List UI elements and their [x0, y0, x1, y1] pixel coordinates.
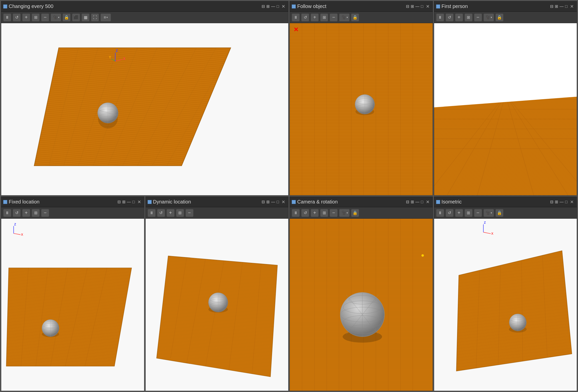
- layers-button[interactable]: ≡▾: [100, 13, 111, 21]
- viewport-first-person[interactable]: First person ⊟ ⊞ — □ ✕ ⏸ ↺ + ⊞ − 🎥▾ 🔒: [434, 1, 577, 196]
- pause-button[interactable]: ⏸: [436, 13, 444, 21]
- maximize-icon[interactable]: □: [421, 4, 423, 9]
- subtract-button[interactable]: −: [41, 209, 49, 217]
- arrange-icon[interactable]: ⊞: [266, 4, 270, 9]
- rotate-button[interactable]: ↺: [446, 209, 454, 217]
- add-button[interactable]: +: [311, 13, 319, 21]
- tile-icon[interactable]: ⊟: [406, 4, 409, 9]
- camera-button[interactable]: 🎥▾: [339, 13, 350, 21]
- screenshot-button[interactable]: ⬛: [72, 13, 80, 21]
- fit-button[interactable]: ⊞: [320, 209, 328, 217]
- close-button[interactable]: ✕: [425, 199, 431, 205]
- arrange-icon[interactable]: ⊞: [411, 4, 414, 9]
- pause-button[interactable]: ⏸: [292, 209, 300, 217]
- add-button[interactable]: +: [167, 209, 175, 217]
- add-button[interactable]: +: [455, 209, 463, 217]
- viewport-changing-500[interactable]: Changing every 500 ⊟ ⊞ — □ ✕ ⏸ ↺ + ⊞ − 🎥…: [1, 1, 289, 196]
- canvas-fixed-location[interactable]: X Z: [1, 219, 144, 391]
- arrange-icon[interactable]: ⊞: [122, 199, 125, 204]
- maximize-icon[interactable]: □: [277, 4, 279, 9]
- fullscreen-button[interactable]: ⛶: [91, 13, 99, 21]
- canvas-camera-rotation[interactable]: [290, 219, 433, 391]
- add-button[interactable]: +: [22, 209, 30, 217]
- pause-button[interactable]: ⏸: [292, 13, 300, 21]
- viewport-follow-object[interactable]: Follow object ⊟ ⊞ — □ ✕ ⏸ ↺ + ⊞ − 🎥▾ 🔒: [289, 1, 433, 196]
- fit-button[interactable]: ⊞: [32, 209, 40, 217]
- subtract-button[interactable]: −: [330, 209, 338, 217]
- maximize-icon[interactable]: □: [421, 200, 423, 204]
- fit-button[interactable]: ⊞: [176, 209, 184, 217]
- rotate-button[interactable]: ↺: [13, 209, 21, 217]
- rotate-button[interactable]: ↺: [301, 13, 309, 21]
- canvas-follow-object[interactable]: ✕: [290, 23, 433, 195]
- viewport-dynamic-location[interactable]: Dynamic location ⊟ ⊞ — □ ✕ ⏸ ↺ + ⊞ −: [145, 196, 289, 391]
- arrange-icon[interactable]: ⊞: [411, 199, 414, 204]
- maximize-icon[interactable]: □: [565, 200, 568, 204]
- grid-button[interactable]: ▦: [82, 13, 90, 21]
- maximize-icon[interactable]: □: [565, 4, 568, 9]
- pause-button[interactable]: ⏸: [148, 209, 156, 217]
- minimize-icon[interactable]: —: [271, 4, 275, 9]
- tile-icon[interactable]: ⊟: [262, 4, 265, 9]
- lock-button[interactable]: 🔒: [351, 209, 359, 217]
- camera-button[interactable]: 🎥▾: [483, 209, 494, 217]
- minimize-icon[interactable]: —: [271, 200, 275, 204]
- close-button[interactable]: ✕: [281, 4, 286, 9]
- minimize-icon[interactable]: —: [127, 200, 131, 204]
- arrange-icon[interactable]: ⊞: [555, 4, 558, 9]
- subtract-button[interactable]: −: [186, 209, 193, 217]
- fit-button[interactable]: ⊞: [320, 13, 328, 21]
- close-button[interactable]: ✕: [425, 4, 431, 9]
- lock-button[interactable]: 🔒: [495, 13, 503, 21]
- arrange-icon[interactable]: ⊞: [555, 199, 558, 204]
- camera-button[interactable]: 🎥▾: [51, 13, 61, 21]
- add-button[interactable]: +: [455, 13, 463, 21]
- maximize-icon[interactable]: □: [132, 200, 135, 204]
- add-button[interactable]: +: [22, 13, 30, 21]
- tile-icon[interactable]: ⊟: [406, 199, 409, 204]
- subtract-button[interactable]: −: [41, 13, 49, 21]
- tile-icon[interactable]: ⊟: [550, 4, 553, 9]
- canvas-first-person[interactable]: [434, 23, 577, 195]
- pause-button[interactable]: ⏸: [3, 209, 11, 217]
- tile-icon[interactable]: ⊟: [117, 199, 121, 204]
- minimize-icon[interactable]: —: [415, 200, 419, 204]
- close-button[interactable]: ✕: [136, 199, 142, 205]
- viewport-icon: [3, 4, 7, 8]
- viewport-camera-rotation[interactable]: Camera & rotation ⊟ ⊞ — □ ✕ ⏸ ↺ + ⊞ − 🎥▾…: [289, 196, 433, 391]
- minimize-icon[interactable]: —: [560, 200, 564, 204]
- fit-button[interactable]: ⊞: [32, 13, 40, 21]
- fit-button[interactable]: ⊞: [465, 209, 473, 217]
- canvas-dynamic-location[interactable]: [146, 219, 289, 391]
- lock-button[interactable]: 🔒: [351, 13, 359, 21]
- viewport-fixed-location[interactable]: Fixed location ⊟ ⊞ — □ ✕ ⏸ ↺ + ⊞ −: [1, 196, 144, 391]
- close-button[interactable]: ✕: [569, 4, 575, 9]
- add-button[interactable]: +: [311, 209, 319, 217]
- close-button[interactable]: ✕: [569, 199, 575, 205]
- arrange-icon[interactable]: ⊞: [266, 199, 270, 204]
- subtract-button[interactable]: −: [330, 13, 338, 21]
- viewport-isometric[interactable]: Isometric ⊟ ⊞ — □ ✕ ⏸ ↺ + ⊞ − 🎥▾ 🔒: [434, 196, 577, 391]
- fit-button[interactable]: ⊞: [465, 13, 473, 21]
- canvas-isometric[interactable]: X Z: [434, 219, 577, 391]
- subtract-button[interactable]: −: [474, 13, 482, 21]
- rotate-button[interactable]: ↺: [301, 209, 309, 217]
- canvas-changing-500[interactable]: X Y Z: [1, 23, 288, 195]
- tile-icon[interactable]: ⊟: [262, 199, 265, 204]
- subtract-button[interactable]: −: [474, 209, 482, 217]
- pause-button[interactable]: ⏸: [3, 13, 11, 21]
- rotate-button[interactable]: ↺: [157, 209, 165, 217]
- camera-button[interactable]: 🎥▾: [339, 209, 350, 217]
- rotate-button[interactable]: ↺: [446, 13, 454, 21]
- close-button[interactable]: ✕: [281, 199, 286, 205]
- svg-text:Z: Z: [484, 221, 486, 224]
- camera-button[interactable]: 🎥▾: [483, 13, 494, 21]
- rotate-button[interactable]: ↺: [13, 13, 21, 21]
- lock-button[interactable]: 🔒: [63, 13, 71, 21]
- minimize-icon[interactable]: —: [560, 4, 564, 9]
- maximize-icon[interactable]: □: [277, 200, 279, 204]
- lock-button[interactable]: 🔒: [495, 209, 503, 217]
- tile-icon[interactable]: ⊟: [550, 199, 553, 204]
- pause-button[interactable]: ⏸: [436, 209, 444, 217]
- minimize-icon[interactable]: —: [415, 4, 419, 9]
